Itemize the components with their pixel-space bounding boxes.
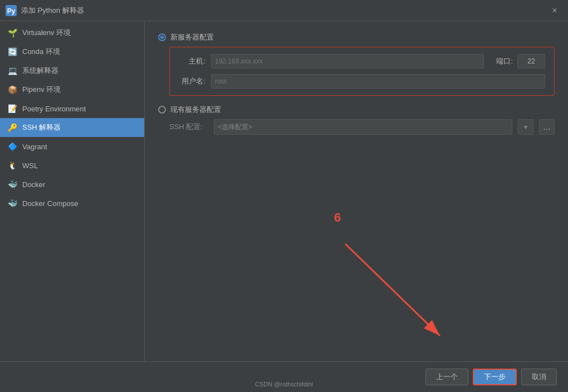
- wsl-icon: 🐧: [7, 160, 18, 171]
- new-server-form: 主机: 端口: 用户名:: [169, 47, 555, 96]
- existing-server-section: 现有服务器配置 SSH 配置: <选择配置> ▼ …: [158, 105, 555, 135]
- username-row: 用户名:: [179, 74, 545, 89]
- host-label: 主机:: [179, 56, 205, 66]
- host-input[interactable]: [211, 54, 484, 68]
- port-section: 端口:: [496, 54, 545, 68]
- port-label: 端口:: [496, 56, 513, 66]
- sidebar-item-wsl[interactable]: 🐧 WSL: [0, 156, 144, 175]
- footer: 上一个 下一步 取消 CSDN @rothschifdihl: [0, 361, 568, 392]
- sidebar-item-label: Vagrant: [22, 143, 47, 151]
- main-panel: 新服务器配置 主机: 端口: 用户名:: [145, 21, 568, 361]
- new-server-section: 新服务器配置 主机: 端口: 用户名:: [158, 32, 555, 96]
- vagrant-icon: 🔷: [7, 141, 18, 152]
- sidebar-item-label: Poetry Environment: [22, 105, 86, 113]
- sidebar-item-label: 系统解释器: [22, 66, 58, 76]
- sidebar-item-docker[interactable]: 🐳 Docker: [0, 175, 144, 194]
- docker-icon: 🐳: [7, 179, 18, 190]
- virtualenv-icon: 🌱: [7, 27, 18, 38]
- sidebar-item-label: Docker Compose: [22, 199, 78, 208]
- host-row: 主机: 端口:: [179, 54, 545, 68]
- existing-server-form: SSH 配置: <选择配置> ▼ …: [169, 119, 555, 135]
- sidebar-item-vagrant[interactable]: 🔷 Vagrant: [0, 137, 144, 156]
- ssh-config-label: SSH 配置:: [169, 122, 208, 132]
- sidebar-item-virtualenv[interactable]: 🌱 Virtualenv 环境: [0, 23, 144, 42]
- sidebar-item-dockercompose[interactable]: 🐳 Docker Compose: [0, 194, 144, 213]
- next-button[interactable]: 下一步: [473, 369, 517, 385]
- svg-text:Py: Py: [7, 7, 16, 15]
- sidebar: 🌱 Virtualenv 环境 🔄 Conda 环境 💻 系统解释器 📦 Pip…: [0, 21, 145, 361]
- sidebar-item-label: Virtualenv 环境: [22, 28, 71, 38]
- existing-server-radio[interactable]: [158, 106, 166, 114]
- ssh-config-row: SSH 配置: <选择配置> ▼ …: [169, 119, 555, 135]
- dockercompose-icon: 🐳: [7, 198, 18, 209]
- sidebar-item-label: Docker: [22, 180, 45, 189]
- arrow-annotation: [312, 233, 490, 361]
- sidebar-item-label: SSH 解释器: [22, 122, 61, 133]
- ssh-dots-button[interactable]: …: [539, 119, 555, 135]
- pipenv-icon: 📦: [7, 84, 18, 95]
- sidebar-item-label: Pipenv 环境: [22, 85, 61, 95]
- sidebar-item-system[interactable]: 💻 系统解释器: [0, 61, 144, 80]
- title-bar: Py 添加 Python 解释器 ×: [0, 0, 568, 21]
- username-label: 用户名:: [179, 76, 205, 86]
- new-server-label: 新服务器配置: [170, 32, 214, 42]
- poetry-icon: 📝: [7, 103, 18, 114]
- existing-server-header: 现有服务器配置: [158, 105, 555, 115]
- content-area: 🌱 Virtualenv 环境 🔄 Conda 环境 💻 系统解释器 📦 Pip…: [0, 21, 568, 361]
- conda-icon: 🔄: [7, 46, 18, 57]
- sidebar-item-pipenv[interactable]: 📦 Pipenv 环境: [0, 80, 144, 99]
- cancel-button[interactable]: 取消: [521, 369, 557, 385]
- sidebar-item-label: WSL: [22, 161, 38, 170]
- ssh-icon: 🔑: [7, 122, 18, 133]
- dialog: Py 添加 Python 解释器 × 🌱 Virtualenv 环境 🔄 Con…: [0, 0, 568, 392]
- sidebar-item-conda[interactable]: 🔄 Conda 环境: [0, 42, 144, 61]
- ssh-config-select[interactable]: <选择配置>: [214, 119, 512, 135]
- new-server-header: 新服务器配置: [158, 32, 555, 42]
- sidebar-item-ssh[interactable]: 🔑 SSH 解释器: [0, 118, 144, 137]
- app-icon: Py: [6, 5, 17, 16]
- new-server-radio[interactable]: [158, 33, 166, 41]
- step-number-annotation: 6: [334, 210, 341, 225]
- sidebar-item-label: Conda 环境: [22, 47, 60, 57]
- username-input[interactable]: [211, 74, 545, 89]
- sidebar-item-poetry[interactable]: 📝 Poetry Environment: [0, 99, 144, 118]
- watermark: CSDN @rothschifdihl: [255, 381, 313, 388]
- close-button[interactable]: ×: [547, 3, 562, 18]
- existing-server-label: 现有服务器配置: [170, 105, 221, 115]
- svg-line-3: [345, 244, 440, 336]
- system-icon: 💻: [7, 65, 18, 76]
- prev-button[interactable]: 上一个: [425, 369, 468, 385]
- port-input[interactable]: [517, 54, 545, 68]
- dialog-title: 添加 Python 解释器: [21, 6, 547, 16]
- ssh-dropdown-arrow-icon[interactable]: ▼: [518, 119, 533, 135]
